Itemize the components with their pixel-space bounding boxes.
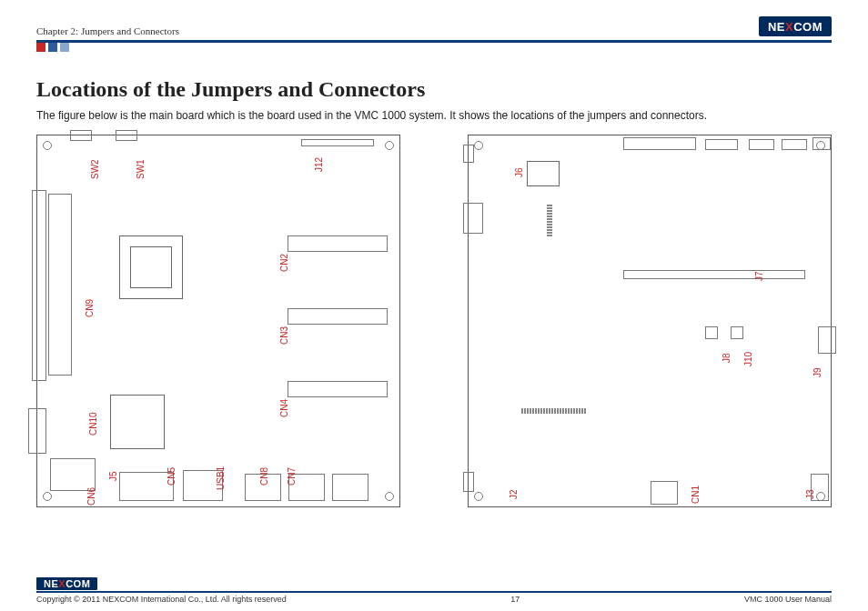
label-j12: J12 [314, 157, 324, 172]
brand-post: COM [793, 20, 823, 34]
brand-x: X [785, 20, 793, 34]
label-cn5: CN5 [167, 467, 177, 486]
page-footer: NEXCOM Copyright © 2011 NEXCOM Internati… [36, 575, 832, 604]
chapter-title: Chapter 2: Jumpers and Connectors [36, 25, 179, 36]
label-cn3: CN3 [279, 326, 289, 345]
label-j7: J7 [754, 271, 764, 281]
label-j3: J3 [805, 489, 815, 499]
doc-title: VMC 1000 User Manual [744, 595, 832, 604]
copyright: Copyright © 2011 NEXCOM International Co… [36, 595, 287, 604]
decorative-dots [36, 43, 832, 52]
label-cn2: CN2 [279, 254, 289, 272]
page-number: 17 [510, 595, 520, 604]
label-cn10: CN10 [88, 412, 98, 436]
label-j10: J10 [743, 352, 753, 366]
intro-text: The figure below is the main board which… [36, 109, 832, 122]
label-cn7: CN7 [287, 467, 297, 486]
label-cn1: CN1 [691, 486, 701, 504]
label-sw2: SW2 [90, 159, 100, 179]
label-sw1: SW1 [136, 159, 146, 179]
label-cn8: CN8 [259, 467, 269, 486]
footer-logo: NEXCOM [36, 577, 97, 590]
label-j5: J5 [108, 471, 118, 481]
brand-logo: NEXCOM [759, 16, 832, 36]
label-cn4: CN4 [279, 399, 289, 417]
page-heading: Locations of the Jumpers and Connectors [36, 77, 832, 102]
label-j8: J8 [722, 353, 732, 363]
main-board-top-diagram: SW2 SW1 J12 CN9 CN2 CN3 CN4 CN10 J5 [36, 135, 400, 507]
label-cn9: CN9 [85, 299, 95, 317]
label-j2: J2 [509, 489, 519, 499]
label-j9: J9 [812, 367, 823, 377]
label-cn6: CN6 [86, 487, 96, 506]
brand-pre: NE [768, 20, 785, 34]
main-board-bottom-diagram: J6 J7 J8 J10 J9 J2 [468, 135, 832, 507]
label-j6: J6 [514, 167, 524, 177]
label-usb1: USB1 [216, 466, 226, 490]
